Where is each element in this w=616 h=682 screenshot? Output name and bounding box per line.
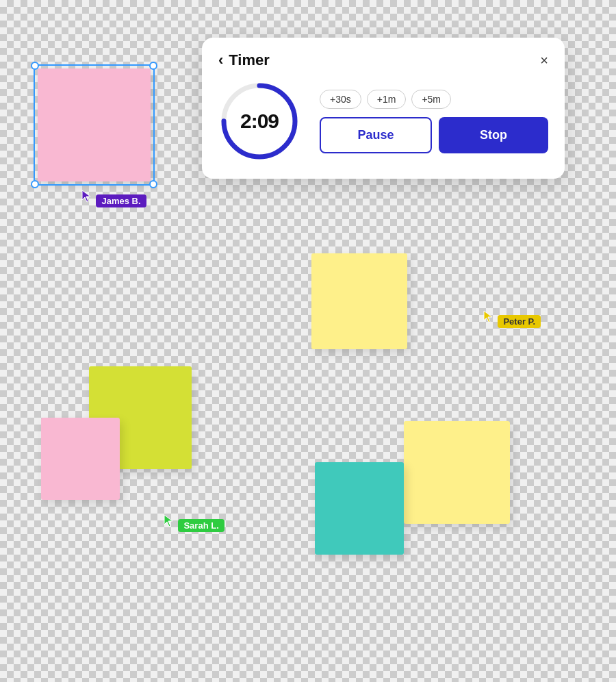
handle-bottom-right[interactable] bbox=[149, 180, 157, 188]
peter-cursor-icon bbox=[483, 310, 495, 325]
sticky-note-pink-small[interactable] bbox=[41, 418, 120, 500]
pause-button[interactable]: Pause bbox=[320, 117, 432, 153]
timer-action-buttons: Pause Stop bbox=[320, 117, 548, 153]
timer-controls: +30s +1m +5m Pause Stop bbox=[320, 90, 548, 153]
handle-bottom-left[interactable] bbox=[31, 180, 39, 188]
timer-title: Timer bbox=[229, 51, 270, 69]
stop-button[interactable]: Stop bbox=[439, 117, 548, 153]
sticky-note-selected[interactable] bbox=[38, 68, 151, 181]
sarah-label: Sarah L. bbox=[178, 519, 224, 532]
timer-header-left: ‹ Timer bbox=[218, 51, 270, 69]
timer-panel: ‹ Timer × 2:09 +30s +1m +5m Pause Stop bbox=[202, 38, 565, 179]
handle-top-right[interactable] bbox=[149, 62, 157, 70]
cursor-james: James B. bbox=[81, 189, 146, 207]
selection-border bbox=[34, 64, 155, 186]
timer-add-buttons: +30s +1m +5m bbox=[320, 90, 548, 109]
james-label: James B. bbox=[96, 194, 146, 207]
close-button[interactable]: × bbox=[540, 53, 548, 68]
timer-circle: 2:09 bbox=[218, 80, 300, 162]
sticky-note-yellow-top[interactable] bbox=[311, 253, 407, 349]
cursor-peter: Peter P. bbox=[483, 310, 541, 328]
peter-label: Peter P. bbox=[498, 315, 541, 328]
james-cursor-icon bbox=[81, 189, 93, 204]
timer-body: 2:09 +30s +1m +5m Pause Stop bbox=[218, 80, 548, 162]
back-button[interactable]: ‹ bbox=[218, 51, 223, 69]
handle-top-left[interactable] bbox=[31, 62, 39, 70]
add-30s-button[interactable]: +30s bbox=[320, 90, 361, 109]
sticky-note-yellow-br[interactable] bbox=[404, 421, 510, 524]
timer-header: ‹ Timer × bbox=[218, 51, 548, 69]
sarah-cursor-icon bbox=[163, 514, 175, 529]
sticky-note-teal[interactable] bbox=[315, 462, 404, 555]
add-5m-button[interactable]: +5m bbox=[411, 90, 451, 109]
timer-display: 2:09 bbox=[240, 110, 279, 133]
cursor-sarah: Sarah L. bbox=[163, 514, 224, 532]
add-1m-button[interactable]: +1m bbox=[367, 90, 407, 109]
